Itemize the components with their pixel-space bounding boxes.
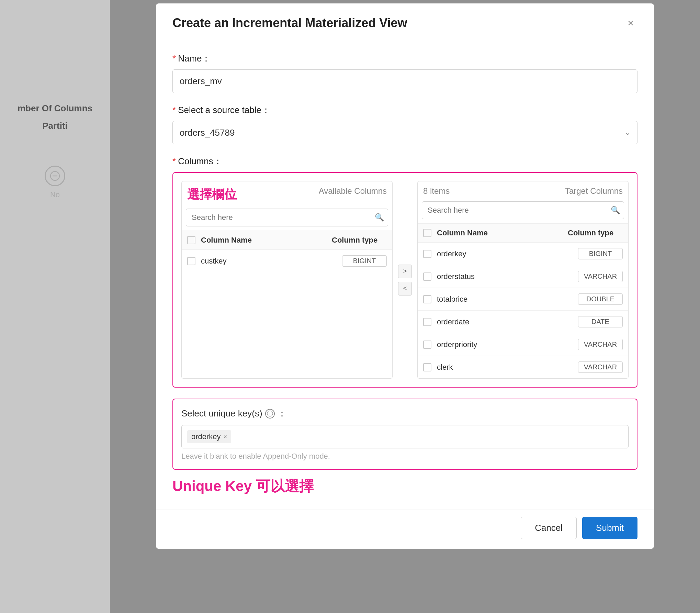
available-col-header: Column Name Column type [182,231,392,250]
source-table-label: * Select a source table： [172,104,637,116]
unique-key-tag-orderkey: orderkey × [187,430,231,443]
unique-key-chinese-annotation: Unique Key 可以選擇 [172,477,637,496]
target-col-type-orderdate: DATE [578,316,623,327]
target-col-checkbox-orderstatus[interactable] [423,272,431,281]
available-col-type-custkey: BIGINT [342,255,387,267]
source-table-required-star: * [172,105,176,115]
modal-title: Create an Incremental Materialized View [172,16,407,30]
target-col-checkbox-orderdate[interactable] [423,318,431,326]
unique-key-section: Select unique key(s) ⓘ ： orderkey × Leav… [172,399,637,470]
name-input[interactable] [172,69,637,93]
available-col-type-header: Column type [332,236,387,245]
target-col-row-orderpriority: orderpriority VARCHAR [418,333,628,356]
name-required-star: * [172,53,176,64]
modal-overlay: Create an Incremental Materialized View … [110,0,700,613]
available-col-table: custkey BIGINT [182,250,392,272]
target-col-row-orderkey: orderkey BIGINT [418,243,628,265]
source-table-section: * Select a source table： orders_45789 ⌄ [172,104,637,144]
source-table-select[interactable]: orders_45789 [172,121,637,144]
columns-label: * Columns： [172,155,637,167]
modal-footer: Cancel Submit [156,510,654,549]
available-col-checkbox-custkey[interactable] [187,257,195,265]
no-data-icon [45,166,65,186]
target-col-type-orderkey: BIGINT [578,248,623,259]
columns-picker-section: 選擇欄位 Available Columns 🔍 [172,172,637,388]
target-col-row-clerk: clerk VARCHAR [418,356,628,378]
target-columns-panel: 8 items Target Columns 🔍 [417,181,629,379]
available-search-icon: 🔍 [375,213,384,222]
transfer-right-button[interactable]: > [398,265,412,278]
background-panel: mber Of Columns Partiti No [0,0,110,613]
available-label: Available Columns [319,186,387,203]
target-col-type-totalprice: DOUBLE [578,293,623,305]
unique-key-info-icon[interactable]: ⓘ [265,409,275,419]
target-col-row-totalprice: totalprice DOUBLE [418,288,628,311]
available-header-checkbox-area [187,236,201,244]
close-button[interactable]: × [624,16,637,30]
target-col-type-orderpriority: VARCHAR [578,339,623,350]
target-search-box: 🔍 [418,197,628,224]
target-col-name-clerk: clerk [437,363,578,372]
target-col-type-orderstatus: VARCHAR [578,271,623,282]
available-col-row-custkey: custkey BIGINT [182,250,392,272]
target-col-type-clerk: VARCHAR [578,361,623,373]
submit-button[interactable]: Submit [582,517,637,539]
modal-dialog: Create an Incremental Materialized View … [156,3,654,549]
available-search-box: 🔍 [182,204,392,231]
items-count-label: 8 items [423,186,450,196]
bg-no-data: No [45,166,65,199]
columns-section: * Columns： 選擇欄位 Available Columns [172,155,637,388]
target-search-icon: 🔍 [611,206,620,215]
available-columns-panel: 選擇欄位 Available Columns 🔍 [181,181,393,379]
target-col-checkbox-orderpriority[interactable] [423,341,431,349]
hint-text: Leave it blank to enable Append-Only mod… [181,452,629,461]
modal-body: * Name： * Select a source table： orders_… [156,40,654,510]
available-col-name-custkey: custkey [201,257,342,266]
target-col-name-orderkey: orderkey [437,249,578,258]
no-data-text: No [50,190,60,199]
cancel-button[interactable]: Cancel [521,517,577,539]
available-select-all-checkbox[interactable] [187,236,195,244]
target-col-name-orderstatus: orderstatus [437,272,578,281]
column-picker: 選擇欄位 Available Columns 🔍 [181,181,629,379]
bg-column-header: mber Of Columns [18,103,92,114]
target-col-name-orderdate: orderdate [437,317,578,326]
target-col-name-header: Column Name [437,229,568,237]
target-col-checkbox-orderkey[interactable] [423,250,431,258]
source-table-wrapper: orders_45789 ⌄ [172,121,637,144]
target-search-input[interactable] [422,201,624,219]
target-col-row-orderstatus: orderstatus VARCHAR [418,265,628,288]
unique-key-tag-input[interactable]: orderkey × [181,425,629,448]
target-label: Target Columns [565,186,623,196]
columns-chinese-label: 選擇欄位 [187,186,237,203]
target-panel-header: 8 items Target Columns [418,181,628,196]
name-section: * Name： [172,53,637,93]
target-col-row-orderdate: orderdate DATE [418,311,628,333]
bg-partition-header: Partiti [42,121,68,131]
unique-key-tag-remove[interactable]: × [224,433,227,441]
target-col-type-header: Column type [568,229,623,237]
columns-required-star: * [172,156,176,167]
target-col-table: orderkey BIGINT orderstatus VARCHAR [418,243,628,378]
target-col-header: Column Name Column type [418,224,628,243]
available-search-input[interactable] [186,209,388,226]
transfer-buttons: > < [393,181,417,379]
unique-key-label: Select unique key(s) ⓘ ： [181,408,629,420]
target-select-all-checkbox[interactable] [423,229,431,237]
target-col-checkbox-totalprice[interactable] [423,295,431,303]
target-col-checkbox-clerk[interactable] [423,363,431,371]
target-col-name-orderpriority: orderpriority [437,340,578,349]
name-label: * Name： [172,53,637,65]
transfer-left-button[interactable]: < [398,282,412,296]
target-header-checkbox-area [423,229,437,237]
unique-key-tag-label: orderkey [191,432,221,441]
modal-header: Create an Incremental Materialized View … [156,3,654,40]
target-col-name-totalprice: totalprice [437,295,578,304]
available-col-name-header: Column Name [201,236,332,245]
available-panel-header: 選擇欄位 Available Columns [182,181,392,203]
